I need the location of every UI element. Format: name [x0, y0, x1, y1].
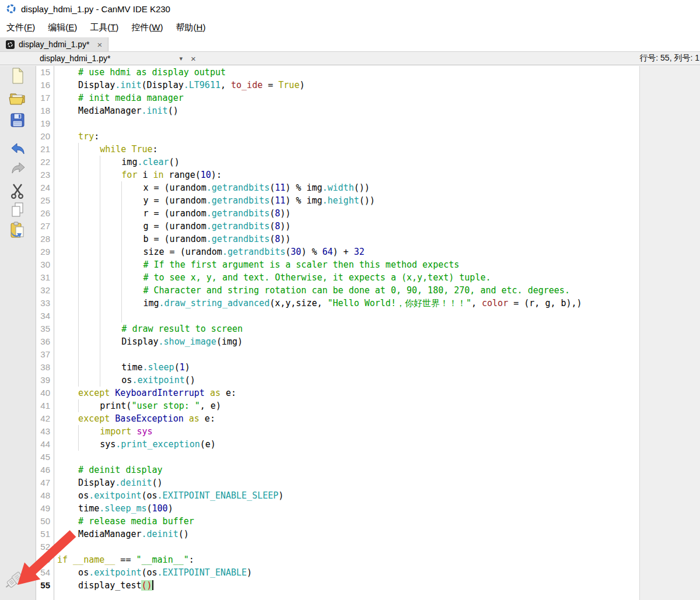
line-number: 51 — [37, 528, 54, 541]
menu-bar: 文件(F)编辑(E)工具(T)控件(W)帮助(H) — [0, 17, 700, 38]
line-number: 45 — [37, 451, 54, 464]
line-number: 52 — [37, 541, 54, 553]
code-line-44[interactable]: sys.print_exception(e) — [57, 438, 639, 451]
paste-button[interactable] — [8, 221, 28, 241]
code-line-43[interactable]: import sys — [57, 425, 639, 438]
code-line-25[interactable]: y = (urandom.getrandbits(11) % img.heigh… — [57, 194, 639, 207]
editor-filename[interactable]: display_hdmi_1.py* — [40, 54, 110, 63]
code-editor[interactable]: # use hdmi as display outputDisplay.init… — [55, 66, 639, 600]
new-file-button[interactable] — [8, 66, 28, 86]
code-line-36[interactable]: Display.show_image(img) — [57, 335, 639, 348]
line-number: 48 — [37, 489, 54, 502]
code-line-39[interactable]: os.exitpoint() — [57, 374, 639, 387]
code-line-55[interactable]: display_test() — [57, 579, 639, 592]
code-line-38[interactable]: time.sleep(1) — [57, 361, 639, 374]
line-number: 40 — [37, 387, 54, 399]
code-line-24[interactable]: x = (urandom.getrandbits(11) % img.width… — [57, 181, 639, 194]
copy-button[interactable] — [8, 201, 28, 220]
tab-display-hdmi[interactable]: display_hdmi_1.py* × — [0, 37, 108, 51]
code-line-26[interactable]: r = (urandom.getrandbits(8)) — [57, 207, 639, 220]
line-number: 39 — [37, 374, 54, 387]
code-line-34[interactable] — [57, 310, 639, 322]
line-number: 34 — [37, 310, 54, 322]
line-number: 24 — [37, 181, 54, 194]
code-line-52[interactable] — [57, 541, 639, 553]
code-line-22[interactable]: img.clear() — [57, 156, 639, 169]
code-line-47[interactable]: Display.deinit() — [57, 476, 639, 489]
title-bar: display_hdmi_1.py - CanMV IDE K230 — [0, 0, 700, 17]
code-line-29[interactable]: size = (urandom.getrandbits(30) % 64) + … — [57, 245, 639, 258]
line-number: 25 — [37, 194, 54, 207]
save-file-button[interactable] — [8, 111, 28, 131]
line-number: 50 — [37, 515, 54, 528]
code-line-31[interactable]: # to see x, y, and text. Otherwise, it e… — [57, 271, 639, 284]
code-line-15[interactable]: # use hdmi as display output — [57, 66, 639, 79]
code-line-23[interactable]: for i in range(10): — [57, 169, 639, 181]
copy-pages-icon — [8, 201, 28, 220]
menu-item-tools[interactable]: 工具(T) — [83, 19, 125, 36]
scrollbar-track[interactable] — [639, 66, 700, 600]
tab-bar: display_hdmi_1.py* × — [0, 37, 700, 51]
code-line-16[interactable]: Display.init(Display.LT9611, to_ide = Tr… — [57, 79, 639, 92]
line-number: 42 — [37, 412, 54, 425]
code-line-54[interactable]: os.exitpoint(os.EXITPOINT_ENABLE) — [57, 566, 639, 579]
menu-item-widgets[interactable]: 控件(W) — [125, 19, 169, 36]
menu-item-edit[interactable]: 编辑(E) — [41, 19, 83, 36]
chevron-down-icon[interactable]: ▾ — [179, 55, 183, 62]
open-file-button[interactable] — [8, 89, 28, 108]
line-number: 46 — [37, 464, 54, 476]
code-line-32[interactable]: # Character and string rotation can be d… — [57, 284, 639, 297]
menu-item-help[interactable]: 帮助(H) — [170, 19, 212, 36]
code-line-50[interactable]: # release media buffer — [57, 515, 639, 528]
redo-arrow-icon — [8, 160, 28, 180]
tab-label: display_hdmi_1.py* — [19, 40, 89, 49]
menu-item-file[interactable]: 文件(F) — [0, 19, 41, 36]
code-line-40[interactable]: except KeyboardInterrupt as e: — [57, 387, 639, 399]
app-logo-icon — [6, 3, 16, 14]
editor-close-icon[interactable]: × — [191, 54, 196, 64]
code-line-19[interactable] — [57, 117, 639, 130]
undo-arrow-icon — [8, 141, 28, 160]
line-number: 30 — [37, 258, 54, 271]
line-number: 31 — [37, 271, 54, 284]
line-number: 26 — [37, 207, 54, 220]
line-number: 16 — [37, 79, 54, 92]
tab-close-icon[interactable]: × — [93, 40, 102, 50]
line-number: 19 — [37, 117, 54, 130]
code-line-21[interactable]: while True: — [57, 143, 639, 156]
code-line-35[interactable]: # draw result to screen — [57, 322, 639, 335]
line-number: 17 — [37, 92, 54, 104]
line-number: 21 — [37, 143, 54, 156]
code-line-42[interactable]: except BaseException as e: — [57, 412, 639, 425]
undo-button[interactable] — [8, 141, 28, 160]
line-number: 23 — [37, 169, 54, 181]
code-line-28[interactable]: b = (urandom.getrandbits(8)) — [57, 233, 639, 245]
code-line-37[interactable] — [57, 348, 639, 361]
line-number: 43 — [37, 425, 54, 438]
code-line-46[interactable]: # deinit display — [57, 464, 639, 476]
code-line-30[interactable]: # If the first argument is a scaler then… — [57, 258, 639, 271]
cut-button[interactable] — [8, 181, 28, 201]
code-line-18[interactable]: MediaManager.init() — [57, 104, 639, 117]
code-line-33[interactable]: img.draw_string_advanced(x,y,size, "Hell… — [57, 297, 639, 310]
canmv-ide-window: display_hdmi_1.py - CanMV IDE K230 文件(F)… — [0, 0, 700, 600]
cursor-position: 行号: 55, 列号: 1 — [639, 53, 700, 64]
save-floppy-icon — [8, 111, 28, 131]
line-number: 49 — [37, 502, 54, 515]
code-line-53[interactable]: if __name__ == "__main__": — [57, 553, 639, 566]
code-line-41[interactable]: print("user stop: ", e) — [57, 399, 639, 412]
code-line-17[interactable]: # init media manager — [57, 92, 639, 104]
line-number: 18 — [37, 104, 54, 117]
code-line-45[interactable] — [57, 451, 639, 464]
code-line-49[interactable]: time.sleep_ms(100) — [57, 502, 639, 515]
code-line-27[interactable]: g = (urandom.getrandbits(8)) — [57, 220, 639, 233]
code-line-51[interactable]: MediaManager.deinit() — [57, 528, 639, 541]
code-line-20[interactable]: try: — [57, 130, 639, 143]
line-number: 55 — [37, 579, 54, 592]
code-line-48[interactable]: os.exitpoint(os.EXITPOINT_ENABLE_SLEEP) — [57, 489, 639, 502]
window-title: display_hdmi_1.py - CanMV IDE K230 — [21, 4, 170, 14]
open-folder-icon — [8, 89, 28, 108]
redo-button[interactable] — [8, 160, 28, 180]
connect-device-button[interactable] — [2, 567, 30, 595]
python-file-icon — [6, 40, 15, 49]
